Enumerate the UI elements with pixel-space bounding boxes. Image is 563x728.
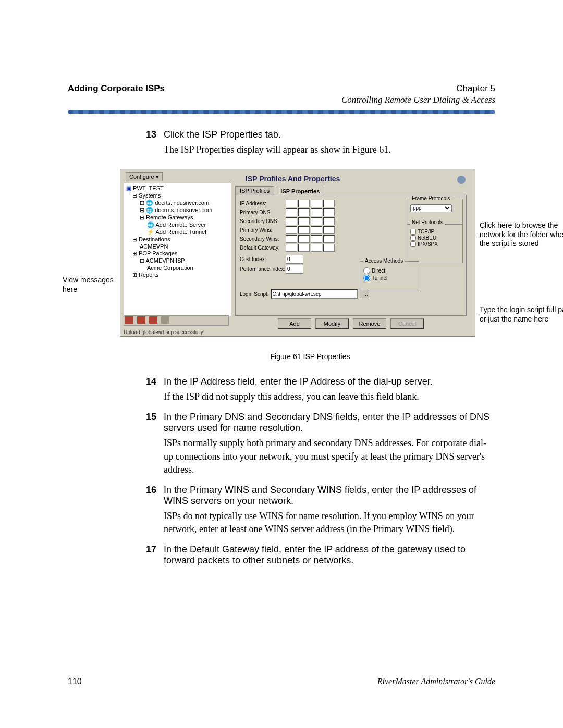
tree-pop-packages[interactable]: ⊞ POP Packages xyxy=(126,250,230,257)
step-lead: Click the ISP Properties tab. xyxy=(164,129,495,140)
step-number: 16 xyxy=(146,485,164,536)
access-methods-group: Access Methods Direct Tunnel xyxy=(360,261,419,291)
add-button[interactable]: Add xyxy=(278,318,311,329)
step-lead: In the IP Address field, enter the IP Ad… xyxy=(164,376,495,387)
panel-title: ISP Profiles And Properties xyxy=(231,172,471,186)
tree-remote-gateways[interactable]: ⊟ Remote Gateways xyxy=(126,214,230,221)
tree-label: POP Packages xyxy=(139,250,177,256)
tree-item[interactable]: ⊞ 🌐 docrms.indusriver.com xyxy=(126,207,230,214)
label-perf-index: Performance Index: xyxy=(240,266,286,272)
group-legend: Net Protocols xyxy=(410,219,445,225)
header-subtitle: Controlling Remote User Dialing & Access xyxy=(68,95,495,105)
guide-title: RiverMaster Administrator's Guide xyxy=(377,677,495,686)
label-login-script: Login Script: xyxy=(240,291,269,297)
ip-address-field[interactable] xyxy=(286,200,335,207)
step-number: 14 xyxy=(146,376,164,403)
step-13: 13 Click the ISP Properties tab. The ISP… xyxy=(146,129,495,156)
direct-radio[interactable] xyxy=(363,267,370,274)
tree-label: ACMEVPN ISP xyxy=(145,257,185,264)
cost-index-field[interactable] xyxy=(286,255,303,264)
screenshot-window: Configure ▾ ▣ PWT_TEST ⊟ Systems ⊞ 🌐 doc… xyxy=(120,169,475,337)
toolbar xyxy=(124,315,229,326)
primary-dns-field[interactable] xyxy=(286,208,335,216)
tree-add-remote-tunnel[interactable]: ⚡ Add Remote Tunnel xyxy=(126,229,230,236)
checkbox-label: TCP/IP xyxy=(418,229,434,235)
toolbar-icon[interactable] xyxy=(125,316,133,324)
secondary-wins-field[interactable] xyxy=(286,235,335,243)
step-17: 17 In the Default Gateway field, enter t… xyxy=(146,544,495,566)
tab-isp-profiles[interactable]: ISP Profiles xyxy=(235,186,274,195)
label-cost-index: Cost Index: xyxy=(240,256,286,262)
tab-bar: ISP Profiles ISP Properties xyxy=(235,186,471,195)
label-primary-wins: Primary Wins: xyxy=(240,227,286,233)
properties-panel: ISP Profiles And Properties ISP Profiles… xyxy=(231,172,471,332)
body-content: 13 Click the ISP Properties tab. The ISP… xyxy=(146,129,495,566)
page-number: 110 xyxy=(68,677,82,686)
tree-reports[interactable]: ⊞ Reports xyxy=(126,272,230,278)
status-bar: Upload global-wrt.scp successfully! xyxy=(124,329,205,335)
step-16: 16 In the Primary WINS and Secondary WIN… xyxy=(146,485,495,536)
configure-button[interactable]: Configure ▾ xyxy=(126,172,163,181)
secondary-dns-field[interactable] xyxy=(286,217,335,225)
radio-label: Tunnel xyxy=(372,275,387,281)
step-lead: In the Default Gateway field, enter the … xyxy=(164,544,495,566)
default-gateway-field[interactable] xyxy=(286,244,335,252)
header-divider xyxy=(68,110,495,114)
step-lead: In the Primary DNS and Secondary DNS fie… xyxy=(164,412,495,434)
login-script-field[interactable] xyxy=(271,289,358,299)
callout-view-messages: View messages here xyxy=(63,276,120,294)
primary-wins-field[interactable] xyxy=(286,226,335,234)
label-secondary-dns: Secondary DNS: xyxy=(240,218,286,224)
performance-index-field[interactable] xyxy=(286,265,303,274)
nav-tree[interactable]: ▣ PWT_TEST ⊟ Systems ⊞ 🌐 docrts.indusriv… xyxy=(124,183,233,316)
group-legend: Access Methods xyxy=(363,258,405,264)
tunnel-radio[interactable] xyxy=(363,275,370,281)
tab-isp-properties[interactable]: ISP Properties xyxy=(276,187,324,195)
frame-protocol-select[interactable]: ppp xyxy=(410,204,452,212)
tree-item[interactable]: ⊞ 🌐 docrts.indusriver.com xyxy=(126,200,230,206)
step-follow: ISPs normally supply both primary and se… xyxy=(164,437,495,476)
header-chapter: Chapter 5 xyxy=(456,83,495,94)
tree-label: Add Remote Server xyxy=(155,221,206,228)
tcpip-checkbox[interactable] xyxy=(410,229,416,235)
step-follow: If the ISP did not supply this address, … xyxy=(164,390,495,403)
toolbar-icon[interactable] xyxy=(161,316,169,324)
tree-systems[interactable]: ⊟ Systems xyxy=(126,192,230,199)
toolbar-icon[interactable] xyxy=(149,316,157,324)
tree-item[interactable]: Acme Corporation xyxy=(126,265,230,271)
tree-item[interactable]: ACMEVPN xyxy=(126,243,230,250)
label-ip-address: IP Address: xyxy=(240,201,286,206)
header-section-title: Adding Corporate ISPs xyxy=(68,83,165,94)
cancel-button[interactable]: Cancel xyxy=(390,318,424,329)
checkbox-label: NetBEUI xyxy=(418,235,438,241)
ipxspx-checkbox[interactable] xyxy=(410,241,416,247)
remove-button[interactable]: Remove xyxy=(353,318,386,329)
step-follow: The ISP Properties display will appear a… xyxy=(164,143,495,156)
tree-label: docrts.indusriver.com xyxy=(155,200,209,206)
callout-login-script: Type the login script full path or just … xyxy=(480,305,563,324)
tree-add-remote-server[interactable]: 🌐 Add Remote Server xyxy=(126,221,230,228)
toolbar-icon[interactable] xyxy=(137,316,145,324)
step-number: 17 xyxy=(146,544,164,566)
isp-properties-form: IP Address: Primary DNS: Secondary DNS: … xyxy=(235,195,467,316)
modify-button[interactable]: Modify xyxy=(315,318,349,329)
group-legend: Frame Protocols xyxy=(410,195,451,201)
browse-button[interactable]: … xyxy=(360,290,369,298)
checkbox-label: IPX/SPX xyxy=(418,241,438,247)
netbeui-checkbox[interactable] xyxy=(410,235,416,241)
step-14: 14 In the IP Address field, enter the IP… xyxy=(146,376,495,403)
tree-label: PWT_TEST xyxy=(133,185,164,191)
step-lead: In the Primary WINS and Secondary WINS f… xyxy=(164,485,495,507)
tree-destinations[interactable]: ⊟ Destinations xyxy=(126,236,230,243)
tree-label: Destinations xyxy=(139,236,170,242)
label-secondary-wins: Secondary Wins: xyxy=(240,236,286,242)
tree-label: docrms.indusriver.com xyxy=(155,207,212,213)
net-protocols-group: Net Protocols TCP/IP NetBEUI IPX/SPX xyxy=(407,223,463,263)
step-follow: ISPs do not typically use WINS for name … xyxy=(164,510,495,536)
callout-browse: Click here to browse the network for the… xyxy=(480,221,563,249)
tree-root[interactable]: ▣ PWT_TEST xyxy=(126,185,230,192)
tree-label: Add Remote Tunnel xyxy=(155,229,206,235)
tree-item[interactable]: ⊟ ACMEVPN ISP xyxy=(126,257,230,264)
step-number: 15 xyxy=(146,412,164,476)
figure-caption: Figure 61 ISP Properties xyxy=(125,352,495,361)
